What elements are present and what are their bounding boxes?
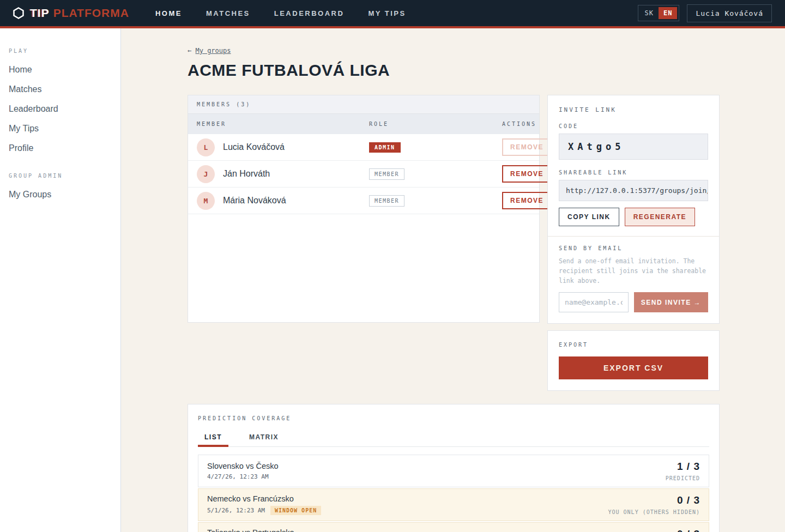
coverage-rows: Slovensko vs Česko 4/27/26, 12:23 AM 1 /… (198, 455, 709, 532)
predicted-count: 1 / 3 (666, 461, 700, 473)
role-badge-admin: ADMIN (369, 142, 401, 153)
user-profile-button[interactable]: Lucia Kováčová (687, 4, 772, 22)
member-name: Mária Nováková (223, 196, 286, 205)
sidebar-item-my-groups[interactable]: My Groups (0, 185, 120, 204)
brand-name: TIPPLATFORMA (30, 7, 129, 20)
export-title: EXPORT (559, 342, 708, 348)
send-by-email-description: Send a one-off email invitation. The rec… (559, 257, 708, 286)
avatar: L (197, 138, 215, 156)
match-name: Taliansko vs Portugalsko (207, 528, 321, 532)
code-label: CODE (559, 123, 708, 129)
send-invite-button[interactable]: SEND INVITE → (634, 292, 708, 312)
brand-logo[interactable]: TIPPLATFORMA (13, 7, 129, 20)
role-badge-member: MEMBER (369, 195, 404, 207)
nav-leaderboard[interactable]: LEADERBOARD (274, 9, 345, 17)
sidebar-item-matches[interactable]: Matches (0, 80, 120, 99)
members-card-header: MEMBERS (3) (188, 95, 539, 114)
invite-link-title: INVITE LINK (559, 106, 708, 113)
nav-home[interactable]: HOME (155, 9, 182, 17)
column-actions: ACTIONS (502, 121, 536, 127)
member-name: Lucia Kováčová (223, 142, 285, 152)
tab-matrix[interactable]: MATRIX (243, 430, 285, 446)
nav-matches[interactable]: MATCHES (206, 9, 250, 17)
match-datetime: 4/27/26, 12:23 AM (207, 473, 269, 480)
role-badge-member: MEMBER (369, 168, 404, 180)
main-nav: HOME MATCHES LEADERBOARD MY TIPS (155, 9, 406, 17)
sidebar-item-home[interactable]: Home (0, 61, 120, 79)
sidebar-item-my-tips[interactable]: My Tips (0, 119, 120, 138)
main-content: ← My groups ACME FUTBALOVÁ LIGA MEMBERS … (121, 28, 785, 532)
brand-tip: TIP (30, 7, 50, 19)
breadcrumb: ← My groups (188, 47, 720, 55)
lang-sk-button[interactable]: SK (640, 7, 659, 19)
members-table-head: MEMBER ROLE ACTIONS (188, 114, 539, 134)
prediction-coverage-card: PREDICTION COVERAGE LIST MATRIX Slovensk… (188, 404, 720, 532)
remove-member-button: REMOVE (502, 138, 552, 156)
shareable-link-value: http://127.0.0.1:5377/groups/join/XAtgo5 (559, 180, 708, 201)
window-open-badge: WINDOW OPEN (270, 506, 321, 515)
list-item: Slovensko vs Česko 4/27/26, 12:23 AM 1 /… (198, 455, 709, 487)
regenerate-button[interactable]: REGENERATE (625, 208, 695, 226)
table-row: J Ján Horváth MEMBER REMOVE (188, 161, 539, 188)
sidebar-item-profile[interactable]: Profile (0, 139, 120, 158)
sidebar-section-group-admin: GROUP ADMIN (0, 173, 120, 179)
prediction-status: PREDICTED (666, 475, 700, 481)
avatar: M (197, 192, 215, 210)
hexagon-logo-icon (13, 7, 24, 19)
list-item: Nemecko vs Francúzsko 5/1/26, 12:23 AM W… (198, 488, 709, 521)
lang-en-button[interactable]: EN (659, 7, 677, 19)
table-row: L Lucia Kováčová ADMIN REMOVE (188, 134, 539, 161)
copy-link-button[interactable]: COPY LINK (559, 208, 619, 226)
members-card: MEMBERS (3) MEMBER ROLE ACTIONS L Lucia … (188, 95, 540, 323)
top-navbar: TIPPLATFORMA HOME MATCHES LEADERBOARD MY… (0, 0, 785, 28)
nav-my-tips[interactable]: MY TIPS (368, 9, 406, 17)
member-name: Ján Horváth (223, 169, 270, 179)
coverage-tabs: LIST MATRIX (198, 430, 709, 447)
email-field[interactable] (559, 292, 629, 312)
shareable-link-label: SHAREABLE LINK (559, 170, 708, 176)
avatar: J (197, 165, 215, 183)
match-datetime: 5/1/26, 12:23 AM (207, 507, 265, 514)
sidebar-item-leaderboard[interactable]: Leaderboard (0, 100, 120, 118)
breadcrumb-my-groups-link[interactable]: My groups (195, 47, 231, 55)
invite-link-card: INVITE LINK CODE XAtgo5 SHAREABLE LINK h… (547, 95, 720, 324)
match-name: Slovensko vs Česko (207, 462, 279, 470)
back-arrow-icon: ← (188, 47, 191, 55)
column-role: ROLE (369, 121, 502, 127)
tab-list[interactable]: LIST (198, 430, 228, 446)
predicted-count: 0 / 3 (608, 494, 701, 506)
page-title: ACME FUTBALOVÁ LIGA (188, 61, 720, 80)
topbar-right: SK EN Lucia Kováčová (638, 4, 772, 22)
predicted-count: 0 / 3 (608, 528, 701, 532)
table-row: M Mária Nováková MEMBER REMOVE (188, 188, 539, 214)
column-member: MEMBER (197, 121, 369, 127)
brand-platforma: PLATFORMA (53, 7, 129, 19)
remove-member-button[interactable]: REMOVE (502, 165, 552, 183)
list-item: Taliansko vs Portugalsko 5/3/26, 12:23 A… (198, 522, 709, 532)
send-by-email-title: SEND BY EMAIL (559, 245, 708, 251)
match-name: Nemecko vs Francúzsko (207, 494, 321, 503)
sidebar: PLAY Home Matches Leaderboard My Tips Pr… (0, 28, 121, 532)
divider (548, 236, 719, 237)
export-csv-button[interactable]: EXPORT CSV (559, 356, 708, 379)
language-toggle: SK EN (638, 5, 680, 21)
remove-member-button[interactable]: REMOVE (502, 192, 552, 209)
sidebar-section-play: PLAY (0, 48, 120, 54)
invite-code-value: XAtgo5 (559, 134, 708, 160)
prediction-status: YOU ONLY (OTHERS HIDDEN) (608, 509, 701, 515)
prediction-coverage-title: PREDICTION COVERAGE (198, 415, 709, 421)
export-card: EXPORT EXPORT CSV (547, 330, 720, 391)
